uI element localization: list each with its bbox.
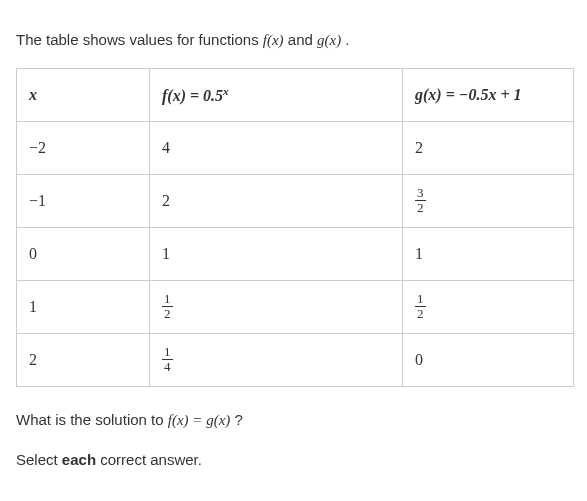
select-suffix: correct answer. [96, 451, 202, 468]
intro-suffix: . [345, 31, 349, 48]
cell-x: 1 [17, 280, 150, 333]
cell-f: 4 [150, 121, 403, 174]
intro-and: and [288, 31, 317, 48]
cell-f: 14 [150, 333, 403, 386]
cell-f: 1 [150, 227, 403, 280]
table-row: 0 1 1 [17, 227, 574, 280]
cell-x: 2 [17, 333, 150, 386]
question-text: What is the solution to f(x) = g(x) ? [16, 409, 571, 432]
fx-sup: x [223, 84, 229, 96]
col-header-gx: g(x) = −0.5x + 1 [403, 68, 574, 121]
question-prefix: What is the solution to [16, 411, 168, 428]
intro-prefix: The table shows values for functions [16, 31, 263, 48]
gx-symbol: g(x) [317, 32, 341, 48]
cell-g: 0 [403, 333, 574, 386]
cell-x: −2 [17, 121, 150, 174]
cell-f: 2 [150, 174, 403, 227]
intro-text: The table shows values for functions f(x… [16, 29, 571, 52]
cell-g: 1 [403, 227, 574, 280]
cell-g: 12 [403, 280, 574, 333]
fx-symbol: f(x) [263, 32, 284, 48]
gx-expr: g(x) = −0.5x + 1 [415, 86, 522, 103]
cell-f: 12 [150, 280, 403, 333]
question-suffix: ? [235, 411, 243, 428]
col-header-fx: f(x) = 0.5x [150, 68, 403, 121]
function-table: x f(x) = 0.5x g(x) = −0.5x + 1 −2 4 2 −1… [16, 68, 574, 387]
question-eq: f(x) = g(x) [168, 412, 231, 428]
table-row: −1 2 32 [17, 174, 574, 227]
table-row: 1 12 12 [17, 280, 574, 333]
fx-base: f(x) = 0.5 [162, 87, 223, 104]
col-header-x: x [17, 68, 150, 121]
cell-g: 2 [403, 121, 574, 174]
cell-x: −1 [17, 174, 150, 227]
cell-g: 32 [403, 174, 574, 227]
select-bold: each [62, 451, 96, 468]
table-row: −2 4 2 [17, 121, 574, 174]
table-row: 2 14 0 [17, 333, 574, 386]
select-prefix: Select [16, 451, 62, 468]
select-instruction: Select each correct answer. [16, 451, 571, 468]
cell-x: 0 [17, 227, 150, 280]
